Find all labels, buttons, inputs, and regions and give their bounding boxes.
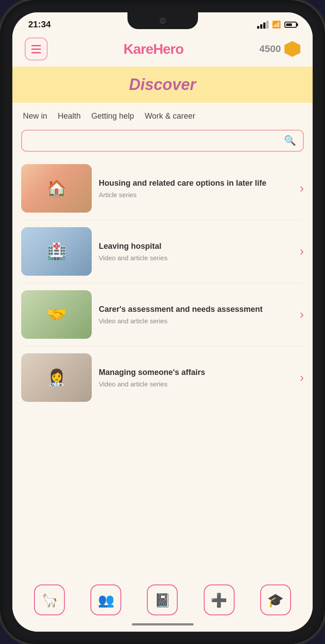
battery-icon: [284, 22, 297, 28]
chevron-right-icon: ›: [300, 371, 304, 385]
item-title-housing: Housing and related care options in late…: [99, 178, 293, 188]
item-title-carer: Carer's assessment and needs assessment: [99, 304, 293, 315]
health-plus-icon: ➕: [211, 592, 227, 608]
points-value: 4500: [259, 43, 281, 55]
item-title-affairs: Managing someone's affairs: [99, 367, 293, 378]
status-time: 21:34: [28, 19, 51, 30]
menu-button[interactable]: [25, 37, 48, 60]
search-icon[interactable]: 🔍: [284, 135, 296, 146]
nav-mascot[interactable]: 🦙: [34, 584, 65, 615]
tab-work-career[interactable]: Work & career: [139, 110, 201, 123]
wifi-icon: 📶: [272, 20, 281, 29]
logo-k-icon: Κ: [123, 41, 133, 57]
chevron-right-icon: ›: [300, 181, 304, 195]
community-icon: 👥: [98, 592, 114, 608]
category-tabs: New in Health Getting help Work & career: [12, 103, 313, 126]
item-text-hospital: Leaving hospital Video and article serie…: [99, 241, 293, 262]
home-bar: [132, 623, 194, 625]
chevron-right-icon: ›: [300, 244, 304, 258]
learn-icon: 🎓: [267, 592, 284, 608]
phone-screen: 21:34 📶: [12, 12, 313, 632]
points-area: 4500: [259, 41, 300, 57]
thumbnail-housing: 🏠: [21, 164, 92, 213]
signal-icon: [257, 21, 269, 29]
tab-health[interactable]: Health: [52, 110, 86, 123]
item-subtitle-hospital: Video and article series: [99, 254, 293, 262]
list-item[interactable]: 🤝 Carer's assessment and needs assessmen…: [21, 283, 304, 346]
thumbnail-carer: 🤝: [21, 290, 92, 339]
notch: [127, 12, 198, 29]
chevron-right-icon: ›: [300, 307, 304, 322]
hex-coin-icon: [284, 41, 300, 57]
list-item[interactable]: 🏥 Leaving hospital Video and article ser…: [21, 220, 304, 283]
app-logo: ΚKareHeroareHero: [123, 41, 183, 57]
home-indicator: [12, 620, 313, 632]
discover-title: Discover: [129, 75, 196, 94]
item-subtitle-affairs: Video and article series: [99, 380, 293, 388]
item-text-carer: Carer's assessment and needs assessment …: [99, 304, 293, 325]
search-bar[interactable]: 🔍: [21, 130, 304, 152]
app-header: ΚKareHeroareHero 4500: [12, 33, 313, 67]
nav-learn[interactable]: 🎓: [260, 584, 291, 615]
item-subtitle-housing: Article series: [99, 191, 293, 198]
nav-community[interactable]: 👥: [90, 584, 121, 615]
list-item[interactable]: 👩‍⚕️ Managing someone's affairs Video an…: [21, 346, 304, 409]
search-input[interactable]: [29, 137, 284, 145]
mascot-icon: 🦙: [41, 592, 58, 608]
nav-notebook[interactable]: 📓: [147, 584, 178, 615]
phone-frame: 21:34 📶: [0, 0, 325, 644]
item-text-housing: Housing and related care options in late…: [99, 178, 293, 198]
nav-health[interactable]: ➕: [204, 584, 235, 615]
list-item[interactable]: 🏠 Housing and related care options in la…: [21, 157, 304, 220]
thumbnail-hospital: 🏥: [21, 227, 92, 276]
item-text-affairs: Managing someone's affairs Video and art…: [99, 367, 293, 388]
notebook-icon: 📓: [154, 592, 171, 608]
notch-camera: [160, 18, 166, 24]
bottom-nav: 🦙 👥 📓 ➕ 🎓: [12, 578, 313, 620]
content-list: 🏠 Housing and related care options in la…: [12, 157, 313, 578]
item-subtitle-carer: Video and article series: [99, 317, 293, 325]
thumbnail-affairs: 👩‍⚕️: [21, 353, 92, 402]
hamburger-icon: [31, 45, 41, 53]
discover-banner: Discover: [12, 67, 313, 103]
status-icons: 📶: [257, 20, 297, 29]
tab-new-in[interactable]: New in: [21, 110, 52, 123]
tab-getting-help[interactable]: Getting help: [86, 110, 139, 123]
item-title-hospital: Leaving hospital: [99, 241, 293, 251]
